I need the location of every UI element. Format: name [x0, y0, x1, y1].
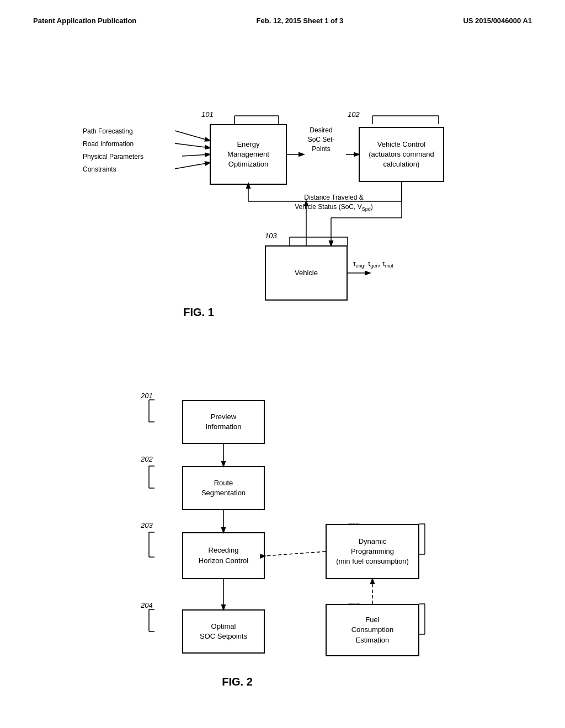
desired-soc-label: DesiredSoC Set-Points — [296, 126, 346, 153]
box-vc: Vehicle Control(actuators commandcalcula… — [359, 127, 444, 182]
box-vehicle: Vehicle — [265, 245, 348, 301]
box-dp: DynamicProgramming(min fuel consumption) — [326, 524, 419, 579]
svg-line-2 — [182, 154, 210, 156]
bracket-103 — [262, 229, 361, 248]
svg-line-0 — [175, 131, 210, 141]
ref-202: 202 — [141, 455, 153, 463]
fig2-section: 201 202 203 204 205 206 PreviewInformati… — [33, 383, 532, 725]
input-physical: Physical Parameters — [83, 152, 143, 162]
fig2-label: FIG. 2 — [154, 676, 320, 688]
header-right: US 2015/0046000 A1 — [463, 17, 532, 25]
bracket-102 — [345, 108, 455, 127]
svg-line-1 — [175, 143, 210, 148]
fig2-arrows — [33, 383, 532, 725]
header-left: Patent Application Publication — [33, 17, 136, 25]
box-route: RouteSegmentation — [182, 466, 265, 510]
box-rhc: RecedingHorizon Control — [182, 532, 265, 579]
box-emo: EnergyManagementOptimization — [210, 124, 287, 185]
box-fce: FuelConsumptionEstimation — [326, 604, 419, 656]
header-middle: Feb. 12, 2015 Sheet 1 of 3 — [257, 17, 344, 25]
box-optimal: OptimalSOC Setpoints — [182, 609, 265, 654]
input-constraints: Constraints — [83, 165, 116, 174]
ref-203: 203 — [141, 521, 153, 529]
bracket-101 — [207, 108, 295, 127]
svg-line-27 — [265, 552, 326, 556]
fig1-section: 101 102 103 Path Forecasting Road Inform… — [33, 47, 532, 372]
input-road: Road Information — [83, 140, 134, 149]
box-preview: PreviewInformation — [182, 400, 265, 444]
distance-traveled-label: Distance Traveled &Vehicle Status (SoC, … — [265, 193, 403, 213]
input-path: Path Forecasting — [83, 127, 133, 136]
ref-201: 201 — [141, 392, 153, 400]
fig1-label: FIG. 1 — [116, 306, 281, 319]
svg-line-3 — [175, 163, 210, 169]
patent-header: Patent Application Publication Feb. 12, … — [33, 17, 532, 25]
page: Patent Application Publication Feb. 12, … — [0, 0, 565, 728]
torques-label: τeng, τgen, τmot — [353, 259, 393, 270]
ref-204: 204 — [141, 601, 153, 609]
